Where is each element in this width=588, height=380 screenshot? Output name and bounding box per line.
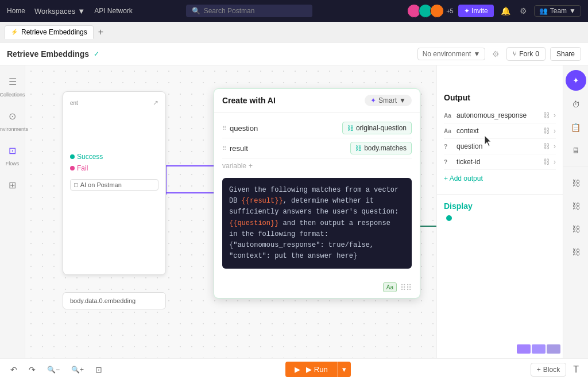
- output-more-3[interactable]: ›: [554, 142, 556, 150]
- add-output-button[interactable]: + Add output: [444, 170, 556, 187]
- fork-label: Fork: [519, 50, 533, 58]
- zoom-out-button[interactable]: 🔍−: [44, 363, 63, 376]
- mini-thumbnails: [517, 344, 560, 354]
- fork-count: 0: [535, 50, 539, 58]
- input-row-result: ⠿ result ⛓ body.matches: [222, 138, 412, 158]
- output-link-4[interactable]: ⛓: [543, 158, 550, 166]
- run-button-group: ▶ ▶ Run ▾: [285, 362, 350, 377]
- ai-node-footer: Aa ⠿⠿: [214, 279, 420, 298]
- output-type-2: Aa: [444, 128, 453, 134]
- expand-icon[interactable]: ↗: [153, 99, 158, 107]
- sidebar-item-explore[interactable]: ⊞: [3, 176, 22, 194]
- ai-node-header: Create with AI ✦ Smart ▼: [214, 89, 420, 113]
- output-link-2[interactable]: ⛓: [543, 127, 550, 135]
- doc-sidebar-button[interactable]: 📋: [567, 118, 585, 137]
- fork-button[interactable]: ⑂ Fork 0: [506, 47, 546, 61]
- nav-search-bar[interactable]: 🔍 Search Postman: [186, 5, 312, 17]
- link-sidebar-2[interactable]: ⛓: [567, 197, 585, 215]
- avatar-group: +5: [409, 4, 454, 18]
- block-plus: +: [537, 366, 541, 374]
- output-row-3: ? question ⛓ ›: [444, 139, 556, 154]
- link-icon-1: ⛓: [347, 125, 354, 131]
- output-section: Output Aa autonomous_response ⛓ › Aa con…: [437, 86, 563, 195]
- invite-button[interactable]: ✦ Invite: [458, 5, 494, 17]
- prompt-var-result: {{result}}: [242, 197, 283, 205]
- output-name-2: context: [457, 127, 540, 135]
- output-name-4: ticket-id: [457, 158, 540, 166]
- undo-button[interactable]: ↶: [7, 363, 21, 377]
- smart-label: Smart: [378, 96, 397, 104]
- env-settings-icon[interactable]: ⚙: [490, 48, 502, 60]
- output-more-1[interactable]: ›: [554, 111, 556, 119]
- success-label: Success: [70, 153, 158, 161]
- action-bar: Retrieve Embeddings ✓ No environment ▼ ⚙…: [0, 42, 588, 65]
- team-button[interactable]: 👥 Team ▼: [534, 5, 581, 17]
- canvas-area[interactable]: ent ↗ Success Fail □ AI on Postman: [25, 65, 588, 358]
- input-value-result[interactable]: ⛓ body.matches: [350, 142, 412, 154]
- output-link-3[interactable]: ⛓: [543, 142, 550, 150]
- main-layout: ☰ Collections ⊙ Environments ⊡ Flows ⊞: [0, 65, 588, 358]
- smart-badge[interactable]: ✦ Smart ▼: [365, 95, 412, 106]
- display-section: Display: [437, 195, 563, 228]
- output-type-1: Aa: [444, 113, 453, 119]
- environment-selector[interactable]: No environment ▼: [417, 48, 486, 60]
- history-sidebar-button[interactable]: ⏱: [567, 95, 585, 114]
- monitor-sidebar-button[interactable]: 🖥: [567, 141, 585, 160]
- add-variable-row[interactable]: variable +: [222, 158, 412, 173]
- action-bar-right: No environment ▼ ⚙ ⑂ Fork 0 Share: [417, 47, 581, 61]
- active-tab[interactable]: ⚡ Retrieve Embeddings: [5, 25, 94, 39]
- zoom-in-button[interactable]: 🔍+: [68, 363, 87, 376]
- input-name-question: question: [230, 124, 342, 133]
- bell-icon[interactable]: 🔔: [498, 5, 513, 17]
- environments-icon: ⊙: [3, 107, 22, 125]
- ai-sidebar-button[interactable]: ✦: [566, 70, 586, 91]
- nav-home[interactable]: Home: [7, 7, 25, 15]
- sidebar-item-collections[interactable]: ☰ Collections: [0, 72, 25, 98]
- thumb-2: [532, 344, 546, 354]
- link-sidebar-4[interactable]: ⛓: [567, 243, 585, 261]
- settings-icon[interactable]: ⚙: [517, 5, 529, 17]
- input-value-result-text: body.matches: [364, 144, 407, 152]
- sidebar-item-environments[interactable]: ⊙ Environments: [0, 107, 28, 132]
- sidebar-item-flows[interactable]: ⊡ Flows: [3, 141, 22, 166]
- nav-api-network[interactable]: API Network: [94, 7, 133, 15]
- share-button[interactable]: Share: [550, 47, 581, 61]
- drag-handle-1[interactable]: ⠿: [222, 125, 226, 131]
- output-more-4[interactable]: ›: [554, 158, 556, 166]
- prompt-var-question: {{question}}: [229, 219, 278, 227]
- smart-star-icon: ✦: [370, 96, 376, 104]
- left-sidebar: ☰ Collections ⊙ Environments ⊡ Flows ⊞: [0, 65, 25, 358]
- run-label: ▶ Run: [306, 365, 327, 374]
- thumb-3: [547, 344, 560, 354]
- add-var-plus: +: [249, 162, 253, 170]
- tab-icon: ⚡: [11, 29, 18, 35]
- team-label: Team: [550, 7, 567, 15]
- run-dropdown-button[interactable]: ▾: [337, 362, 351, 377]
- collections-label: Collections: [0, 92, 25, 98]
- smart-chevron: ▼: [399, 96, 406, 104]
- output-panel: Output Aa autonomous_response ⛓ › Aa con…: [436, 65, 563, 358]
- input-value-question[interactable]: ⛓ original-question: [342, 122, 412, 134]
- nav-workspaces[interactable]: Workspaces ▼: [34, 7, 85, 15]
- collections-icon: ☰: [3, 72, 22, 91]
- add-var-label: variable: [222, 162, 246, 170]
- link-sidebar-3[interactable]: ⛓: [567, 220, 585, 238]
- explore-icon: ⊞: [3, 176, 22, 194]
- output-more-2[interactable]: ›: [554, 127, 556, 135]
- link-sidebar-1[interactable]: ⛓: [567, 174, 585, 192]
- aa-badge: Aa: [383, 282, 397, 292]
- tab-label: Retrieve Embeddings: [21, 28, 87, 36]
- prompt-text-box[interactable]: Given the following matches from a vecto…: [222, 178, 412, 269]
- add-tab-button[interactable]: +: [96, 27, 106, 37]
- input-row-question: ⠿ question ⛓ original-question: [222, 118, 412, 138]
- run-main-button[interactable]: ▶ ▶ Run: [285, 362, 336, 377]
- add-block-button[interactable]: + Block: [531, 363, 566, 377]
- redo-button[interactable]: ↷: [25, 363, 39, 377]
- workspace-chevron: ▼: [78, 7, 85, 15]
- output-link-1[interactable]: ⛓: [543, 111, 550, 119]
- text-tool-button[interactable]: T: [571, 362, 581, 377]
- fork-icon: ⑂: [513, 50, 517, 58]
- ai-on-postman-label: □ AI on Postman: [70, 179, 158, 191]
- fit-button[interactable]: ⊡: [92, 363, 106, 377]
- drag-handle-2[interactable]: ⠿: [222, 145, 226, 152]
